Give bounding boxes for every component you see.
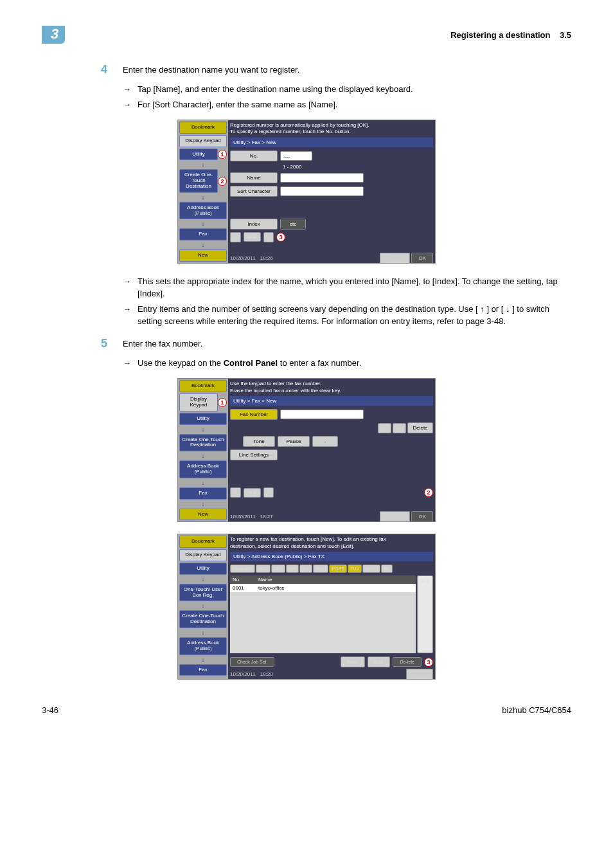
sidebar-item[interactable]: Fax <box>179 228 227 240</box>
close-button[interactable]: Close <box>406 669 433 680</box>
sidebar-item[interactable]: Bookmark <box>179 380 227 392</box>
tone-button[interactable]: Tone <box>243 436 275 447</box>
page-indicator: 2/ 2 <box>244 488 261 498</box>
step-text: Enter the fax number. <box>123 337 571 350</box>
sidebar-item[interactable]: Utility <box>179 563 227 575</box>
sort-button[interactable]: Sort Character <box>230 186 278 197</box>
sidebar-item[interactable]: Bookmark <box>179 536 227 548</box>
sidebar-item[interactable]: Create One-Touch Destination <box>179 169 218 192</box>
instruction-text: Registered number is automatically appli… <box>230 122 433 136</box>
delete-button[interactable]: Delete <box>407 422 433 433</box>
tab-jkl[interactable]: JKL <box>299 565 312 573</box>
up-arrow-button[interactable]: ↑ <box>230 487 241 498</box>
sidebar-item[interactable]: New <box>179 509 227 521</box>
left-arrow-button[interactable]: ← <box>378 423 391 433</box>
check-button[interactable]: Check Job Set. <box>230 657 274 667</box>
screenshot-panel: Bookmark Display Keypad1 Utility ↓ Creat… <box>177 378 436 522</box>
arrow-icon: → <box>123 357 131 370</box>
down-arrow-button[interactable]: ↓ <box>263 232 274 242</box>
sidebar-item[interactable]: Display Keypad <box>179 135 227 147</box>
sidebar-item[interactable]: Create One-Touch Destination <box>179 434 227 452</box>
down-arrow-icon: ↓ <box>179 161 227 168</box>
breadcrumb: Utility > Fax > New <box>230 396 433 406</box>
page-number: 3-46 <box>42 705 58 715</box>
sidebar-item[interactable]: Display Keypad <box>179 549 227 561</box>
substep: For [Sort Character], enter the same nam… <box>138 98 337 111</box>
callout-3: 3 <box>424 658 433 667</box>
tab-mno[interactable]: MNO <box>313 565 328 573</box>
tab-pqrs[interactable]: PQRS <box>329 565 347 573</box>
sort-field[interactable] <box>280 186 364 196</box>
callout-2: 2 <box>424 488 433 497</box>
faxnumber-field[interactable] <box>280 410 364 419</box>
up-arrow-button[interactable]: ↑ <box>230 232 241 242</box>
step-text: Enter the destination name you want to r… <box>123 63 571 77</box>
table-row[interactable]: 0001tokyo-office <box>230 584 416 592</box>
no-range: 1 - 2000 <box>283 164 301 170</box>
faxnumber-button[interactable]: Fax Number <box>230 409 278 420</box>
no-button[interactable]: No. <box>230 150 278 161</box>
right-arrow-button[interactable]: → <box>393 423 406 433</box>
tab-wxyz[interactable]: WXYZ <box>362 565 380 573</box>
name-button[interactable]: Name <box>230 172 278 183</box>
sidebar-item[interactable]: Address Book (Public) <box>179 637 227 655</box>
down-arrow-icon: ↓ <box>179 426 227 433</box>
sidebar-item[interactable]: Create One-Touch Destination <box>179 610 227 628</box>
down-arrow-icon: ↓ <box>179 576 227 583</box>
substep: Entry items and the number of setting sc… <box>138 303 571 328</box>
col-no: No. <box>233 577 258 583</box>
cancel-button[interactable]: Cancel <box>380 511 410 522</box>
sidebar-item[interactable]: Fax <box>179 664 227 676</box>
cancel-button[interactable]: Cancel <box>380 253 410 264</box>
pager: 1/ 1 <box>417 575 433 653</box>
arrow-icon: → <box>123 303 131 328</box>
substep: Tap [Name], and enter the destination na… <box>138 83 413 96</box>
no-field[interactable]: ---- <box>280 151 312 161</box>
down-arrow-icon: ↓ <box>179 221 227 227</box>
dash-button[interactable]: - <box>312 436 338 447</box>
sidebar-item[interactable]: Address Book (Public) <box>179 460 227 478</box>
instruction-text: Use the keypad to enter the fax number.E… <box>230 381 433 394</box>
index-button[interactable]: Index <box>230 219 278 230</box>
name-field[interactable] <box>280 173 364 183</box>
section-badge: 3 <box>42 26 65 44</box>
sidebar-item[interactable]: One-Touch/ User Box Reg. <box>179 584 227 602</box>
substep: Use the keypad on the Control Panel to e… <box>138 357 361 370</box>
new-button[interactable]: New <box>341 656 365 667</box>
pause-button[interactable]: Pause <box>278 436 310 447</box>
edit-button[interactable]: Edit <box>368 656 391 667</box>
tab-def[interactable]: DEF <box>271 565 285 573</box>
sidebar-item[interactable]: Fax <box>179 487 227 500</box>
tab-ghi[interactable]: GHI <box>286 565 299 573</box>
sidebar-item[interactable]: New <box>179 249 227 262</box>
instruction-text: To register a new fax destination, touch… <box>230 536 433 550</box>
down-arrow-button[interactable]: ↓ <box>263 487 274 498</box>
screenshot-panel: Bookmark Display Keypad Utility ↓ One-To… <box>177 534 436 680</box>
down-arrow-icon: ↓ <box>179 602 227 609</box>
etc-button[interactable]: etc <box>280 219 306 230</box>
down-arrow-icon: ↓ <box>179 629 227 636</box>
ok-button[interactable]: OK <box>411 253 433 264</box>
line-settings-button[interactable]: Line Settings <box>230 449 278 460</box>
down-arrow-icon: ↓ <box>179 656 227 663</box>
substep: This sets the appropriate index for the … <box>138 275 571 300</box>
sidebar-item[interactable]: Display Keypad <box>179 393 218 411</box>
down-arrow-icon: ↓ <box>179 242 227 248</box>
callout-1: 1 <box>218 150 227 159</box>
callout-1: 1 <box>218 398 227 407</box>
down-arrow-icon: ↓ <box>179 194 227 201</box>
tab-etc[interactable]: etc <box>381 565 392 573</box>
model-name: bizhub C754/C654 <box>502 705 571 715</box>
sidebar-item[interactable]: Utility <box>179 149 218 161</box>
tab-tuv[interactable]: TUV <box>348 565 362 573</box>
delete-button[interactable]: De-lete <box>393 657 422 667</box>
callout-2: 2 <box>218 177 227 186</box>
down-arrow-icon: ↓ <box>179 480 227 486</box>
sidebar-item-bookmark[interactable]: Bookmark <box>179 122 227 134</box>
sidebar-item[interactable]: Address Book (Public) <box>179 202 227 220</box>
sidebar-item[interactable]: Utility <box>179 413 227 425</box>
arrow-icon: → <box>123 98 131 111</box>
tab-abc[interactable]: ABC <box>256 565 270 573</box>
ok-button[interactable]: OK <box>411 511 433 522</box>
tab-favorites[interactable]: Favor-ites <box>230 565 255 573</box>
